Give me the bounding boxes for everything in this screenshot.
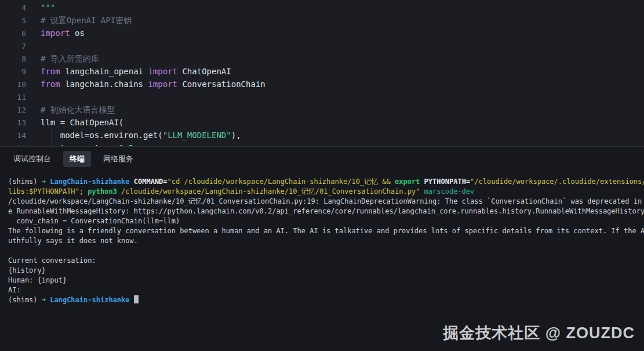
terminal-line: Current conversation: xyxy=(8,256,644,266)
line-number[interactable]: 9 xyxy=(0,66,26,78)
line-number[interactable]: 14 xyxy=(0,129,26,142)
bottom-panel: 调试控制台终端网络服务 ●(shims) ➜ LangChain-shizhan… xyxy=(0,146,644,351)
code-token: # 设置OpenAI API密钥 xyxy=(41,16,132,25)
line-number[interactable]: 7 xyxy=(0,40,26,53)
terminal-line: The following is a friendly conversation… xyxy=(8,226,644,236)
terminal-token: (shims) xyxy=(8,296,42,304)
terminal-token: conv_chain = ConversationChain(llm=llm) xyxy=(8,217,180,225)
terminal-line: AI: xyxy=(8,285,644,295)
code-token: """ xyxy=(41,3,55,12)
terminal-line: ○(shims) ➜ LangChain-shizhanke xyxy=(8,295,644,305)
terminal-token: "/cloudide/workspace/.cloudide/extension… xyxy=(470,178,644,186)
code-token: model=os.environ.get( xyxy=(41,131,163,140)
code-line[interactable]: 12# 初始化大语言模型 xyxy=(0,103,644,116)
terminal-output[interactable]: ●(shims) ➜ LangChain-shizhanke COMMAND="… xyxy=(0,171,644,305)
editor-lines: 4"""5# 设置OpenAI API密钥6import os78# 导入所需的… xyxy=(0,1,644,147)
code-line[interactable]: 9from langchain_openai import ChatOpenAI xyxy=(0,65,644,78)
code-token: # 初始化大语言模型 xyxy=(41,105,115,114)
terminal-line: {history} xyxy=(8,266,644,276)
code-text: # 初始化大语言模型 xyxy=(26,105,115,114)
line-number[interactable]: 4 xyxy=(0,2,26,15)
line-number[interactable]: 5 xyxy=(0,15,26,27)
terminal-line: e RunnableWithMessageHistory: https://py… xyxy=(8,207,644,216)
code-token: langchain.chains xyxy=(60,79,148,89)
tab-network-service[interactable]: 网络服务 xyxy=(97,151,140,167)
code-line[interactable]: 13llm = ChatOpenAI( xyxy=(0,116,644,129)
code-token: ), xyxy=(231,131,241,140)
code-text: llm = ChatOpenAI( xyxy=(26,118,123,127)
code-token: ConversationChain xyxy=(177,79,265,89)
ide-window: 4"""5# 设置OpenAI API密钥6import os78# 导入所需的… xyxy=(0,0,644,351)
terminal-token: (shims) xyxy=(8,178,42,186)
terminal-token: Human: {input} xyxy=(8,276,67,284)
code-token: langchain_openai xyxy=(60,67,148,76)
line-number[interactable]: 12 xyxy=(0,104,26,117)
indent-guide xyxy=(51,129,52,142)
code-token: ChatOpenAI xyxy=(177,67,231,76)
terminal-line: ●(shims) ➜ LangChain-shizhanke COMMAND="… xyxy=(8,177,644,187)
code-line[interactable]: 8# 导入所需的库 xyxy=(0,52,644,65)
line-number[interactable]: 13 xyxy=(0,117,26,129)
code-text xyxy=(26,92,41,102)
code-text: # 设置OpenAI API密钥 xyxy=(26,16,132,25)
watermark-text: 掘金技术社区 @ ZOUZDC xyxy=(443,323,635,343)
terminal-token: AI: xyxy=(8,286,21,294)
code-token: llm = ChatOpenAI( xyxy=(41,118,123,127)
terminal-token: LangChain-shizhanke xyxy=(50,178,129,186)
terminal-line: Human: {input} xyxy=(8,276,644,285)
code-text: # 导入所需的库 xyxy=(26,54,99,63)
code-token: from xyxy=(41,67,60,76)
code-line[interactable]: 10from langchain.chains import Conversat… xyxy=(0,78,644,91)
terminal-token: {history} xyxy=(8,266,46,274)
terminal-line: conv_chain = ConversationChain(llm=llm) xyxy=(8,216,644,226)
panel-tabbar: 调试控制台终端网络服务 xyxy=(0,147,644,171)
terminal-token: The following is a friendly conversation… xyxy=(8,227,644,235)
terminal-line: /cloudide/workspace/LangChain-shizhanke/… xyxy=(8,197,644,207)
terminal-token: "cd /cloudide/workspace/LangChain-shizha… xyxy=(168,178,395,186)
code-text: model=os.environ.get("LLM_MODELEND"), xyxy=(26,131,241,140)
code-editor[interactable]: 4"""5# 设置OpenAI API密钥6import os78# 导入所需的… xyxy=(0,0,644,147)
terminal-token: ➜ xyxy=(42,178,50,186)
line-number[interactable]: 11 xyxy=(0,91,26,104)
tab-terminal[interactable]: 终端 xyxy=(63,151,91,167)
terminal-token: marscode-dev xyxy=(420,187,474,196)
code-line[interactable]: 11 xyxy=(0,91,644,103)
code-line[interactable]: 5# 设置OpenAI API密钥 xyxy=(0,14,644,27)
code-token: # 导入所需的库 xyxy=(41,54,99,63)
terminal-line xyxy=(8,246,644,256)
line-number[interactable]: 6 xyxy=(0,27,26,40)
line-number[interactable]: 10 xyxy=(0,78,26,91)
code-token: import xyxy=(148,67,177,76)
code-line[interactable]: 6import os xyxy=(0,27,644,39)
terminal-token: /cloudide/workspace/LangChain-shizhanke/… xyxy=(8,197,644,205)
code-line[interactable]: 4""" xyxy=(0,1,644,14)
terminal-token: libs:$PYTHONPATH"; xyxy=(8,187,88,196)
code-token: import xyxy=(41,28,70,38)
code-token: import xyxy=(148,79,177,89)
terminal-token: LangChain-shizhanke xyxy=(50,296,134,304)
code-token: from xyxy=(41,79,60,89)
tab-debug-console[interactable]: 调试控制台 xyxy=(7,151,57,167)
terminal-token: export xyxy=(395,178,420,186)
terminal-cursor xyxy=(134,295,139,303)
terminal-token: e RunnableWithMessageHistory: https://py… xyxy=(8,207,644,215)
code-line[interactable]: 14 model=os.environ.get("LLM_MODELEND"), xyxy=(0,129,644,142)
code-token: "LLM_MODELEND" xyxy=(163,131,231,140)
terminal-token: python3 xyxy=(88,187,117,196)
code-text: import os xyxy=(26,28,85,38)
terminal-token: ➜ xyxy=(42,296,50,304)
code-text: """ xyxy=(26,3,55,12)
code-text: from langchain.chains import Conversatio… xyxy=(26,79,265,89)
code-line[interactable]: 7 xyxy=(0,39,644,52)
code-text: from langchain_openai import ChatOpenAI xyxy=(26,67,231,76)
terminal-token: uthfully says it does not know. xyxy=(8,237,138,245)
terminal-line: libs:$PYTHONPATH"; python3 /cloudide/wor… xyxy=(8,187,644,197)
terminal-token: PYTHONPATH= xyxy=(420,178,470,186)
terminal-line: uthfully says it does not know. xyxy=(8,236,644,246)
terminal-token: Current conversation: xyxy=(8,256,96,265)
line-number[interactable]: 8 xyxy=(0,53,26,66)
code-text xyxy=(26,41,41,50)
terminal-token: /cloudide/workspace/LangChain-shizhanke/… xyxy=(117,187,420,196)
code-token: os xyxy=(70,28,85,38)
terminal-token: COMMAND= xyxy=(130,178,168,186)
